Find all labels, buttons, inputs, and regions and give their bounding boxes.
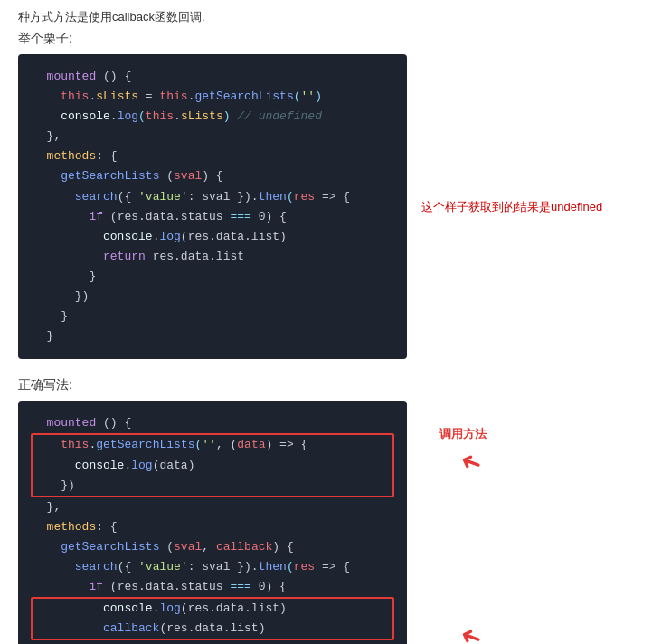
code-line: this.sLists = this.getSearchLists('') bbox=[33, 87, 392, 107]
code-line: getSearchLists (sval) { bbox=[33, 166, 392, 186]
code-block-1: mounted () { this.sLists = this.getSearc… bbox=[18, 54, 407, 359]
code-line: } bbox=[33, 640, 392, 644]
code-line: } bbox=[33, 307, 392, 327]
code-line: getSearchLists (sval, callback) { bbox=[33, 537, 392, 557]
code-line: console.log(this.sLists) // undefined bbox=[33, 107, 392, 127]
correct-section: mounted () { this.getSearchLists('', (da… bbox=[18, 401, 634, 644]
code-line: mounted () { bbox=[33, 67, 392, 87]
code-line: } bbox=[33, 267, 392, 287]
code-line: search({ 'value': sval }).then(res => { bbox=[33, 187, 392, 207]
code-block-2: mounted () { this.getSearchLists('', (da… bbox=[18, 401, 407, 644]
highlight-region-2: console.log(res.data.list) callback(res.… bbox=[31, 597, 394, 640]
code-line: this.getSearchLists('', (data) => { bbox=[33, 435, 392, 455]
code-line: if (res.data.status === 0) { bbox=[33, 577, 392, 597]
red-arrow-2: ➜ bbox=[456, 620, 486, 644]
red-arrow-1: ➜ bbox=[456, 445, 486, 480]
code-line: }, bbox=[33, 127, 392, 147]
code-line: if (res.data.status === 0) { bbox=[33, 207, 392, 227]
side-note: 这个样子获取到的结果是undefined bbox=[421, 199, 602, 215]
code-line: return res.data.list bbox=[33, 247, 392, 267]
highlight-region-1: this.getSearchLists('', (data) => { cons… bbox=[31, 433, 394, 497]
code-line: mounted () { bbox=[33, 413, 392, 433]
example-label: 举个栗子: bbox=[18, 31, 634, 47]
code-line: callback(res.data.list) bbox=[33, 619, 392, 639]
code-line: }) bbox=[33, 287, 392, 307]
arrow-label: 调用方法 bbox=[439, 426, 487, 442]
code-line: }, bbox=[33, 497, 392, 517]
code-line: methods: { bbox=[33, 517, 392, 537]
code-line: console.log(res.data.list) bbox=[33, 227, 392, 247]
code-line: console.log(res.data.list) bbox=[33, 599, 392, 619]
code-line: } bbox=[33, 327, 392, 346]
code-line: search({ 'value': sval }).then(res => { bbox=[33, 557, 392, 577]
intro-text: 种方式方法是使用callback函数回调. bbox=[18, 9, 634, 25]
code-line: }) bbox=[33, 476, 392, 496]
correct-label: 正确写法: bbox=[18, 377, 634, 393]
code-line: console.log(data) bbox=[33, 456, 392, 476]
code-line: methods: { bbox=[33, 147, 392, 166]
example-section: mounted () { this.sLists = this.getSearc… bbox=[18, 54, 634, 359]
